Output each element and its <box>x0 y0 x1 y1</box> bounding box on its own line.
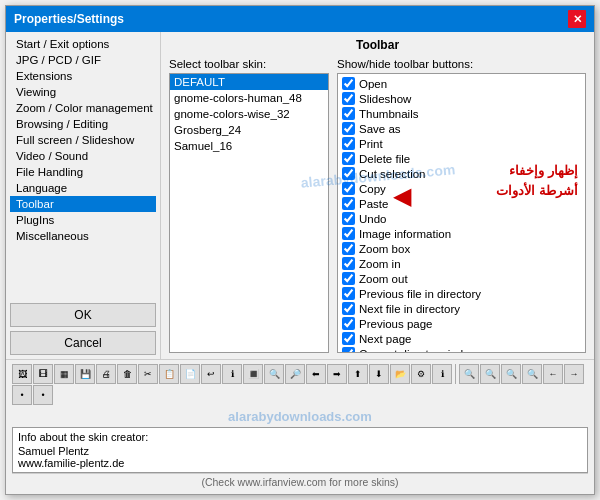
close-button[interactable]: ✕ <box>568 10 586 28</box>
nav-item-10[interactable]: Toolbar <box>10 196 156 212</box>
check-label-11: Zoom box <box>359 243 410 255</box>
toolbar-icon-16[interactable]: ⬆ <box>348 364 368 384</box>
skin-item-2[interactable]: gnome-colors-wise_32 <box>170 106 328 122</box>
info-creator-url: www.familie-plentz.de <box>18 457 582 469</box>
nav-item-5[interactable]: Browsing / Editing <box>10 116 156 132</box>
checkbox-18[interactable] <box>342 347 355 353</box>
toolbar-icon-23[interactable]: 🔍 <box>480 364 500 384</box>
info-title: Info about the skin creator: <box>18 431 582 443</box>
skin-item-0[interactable]: DEFAULT <box>170 74 328 90</box>
toolbar-icon-28[interactable]: • <box>12 385 32 405</box>
check-item-12: Zoom in <box>342 256 581 271</box>
right-panel: Toolbar Select toolbar skin: DEFAULTgnom… <box>161 32 594 359</box>
checkbox-9[interactable] <box>342 212 355 225</box>
right-panel-title: Toolbar <box>169 38 586 52</box>
check-label-10: Image information <box>359 228 451 240</box>
check-label-4: Print <box>359 138 383 150</box>
toolbar-separator-21 <box>455 364 456 384</box>
toolbar-icon-0[interactable]: 🖼 <box>12 364 32 384</box>
checkbox-15[interactable] <box>342 302 355 315</box>
checkbox-1[interactable] <box>342 92 355 105</box>
nav-item-4[interactable]: Zoom / Color management <box>10 100 156 116</box>
nav-item-3[interactable]: Viewing <box>10 84 156 100</box>
nav-item-0[interactable]: Start / Exit options <box>10 36 156 52</box>
check-item-14: Previous file in directory <box>342 286 581 301</box>
check-item-15: Next file in directory <box>342 301 581 316</box>
dialog-title: Properties/Settings <box>14 12 124 26</box>
checkbox-16[interactable] <box>342 317 355 330</box>
skin-item-3[interactable]: Grosberg_24 <box>170 122 328 138</box>
toolbar-icon-5[interactable]: 🗑 <box>117 364 137 384</box>
nav-item-11[interactable]: PlugIns <box>10 212 156 228</box>
checkbox-7[interactable] <box>342 182 355 195</box>
toolbar-icon-20[interactable]: ℹ <box>432 364 452 384</box>
check-label-8: Paste <box>359 198 388 210</box>
toolbar-icon-13[interactable]: 🔎 <box>285 364 305 384</box>
nav-item-6[interactable]: Full screen / Slideshow <box>10 132 156 148</box>
toolbar-icon-11[interactable]: 🔳 <box>243 364 263 384</box>
toolbar-icon-8[interactable]: 📄 <box>180 364 200 384</box>
check-item-8: Paste <box>342 196 581 211</box>
toolbar-icon-29[interactable]: • <box>33 385 53 405</box>
toolbar-icon-6[interactable]: ✂ <box>138 364 158 384</box>
toolbar-icon-19[interactable]: ⚙ <box>411 364 431 384</box>
main-content: Start / Exit optionsJPG / PCD / GIFExten… <box>6 32 594 359</box>
buttons-listbox[interactable]: OpenSlideshowThumbnailsSave asPrintDelet… <box>337 73 586 353</box>
nav-item-12[interactable]: Miscellaneous <box>10 228 156 244</box>
check-item-6: Cut selection <box>342 166 581 181</box>
toolbar-icon-15[interactable]: ➡ <box>327 364 347 384</box>
toolbar-icon-10[interactable]: ℹ <box>222 364 242 384</box>
checkbox-4[interactable] <box>342 137 355 150</box>
checkbox-5[interactable] <box>342 152 355 165</box>
check-item-2: Thumbnails <box>342 106 581 121</box>
check-item-0: Open <box>342 76 581 91</box>
toolbar-icon-12[interactable]: 🔍 <box>264 364 284 384</box>
watermark-2: alarabydownloads.com <box>12 409 588 424</box>
nav-item-9[interactable]: Language <box>10 180 156 196</box>
title-bar: Properties/Settings ✕ <box>6 6 594 32</box>
check-item-13: Zoom out <box>342 271 581 286</box>
toolbar-icon-7[interactable]: 📋 <box>159 364 179 384</box>
toolbar-icon-25[interactable]: 🔍 <box>522 364 542 384</box>
check-label-9: Undo <box>359 213 387 225</box>
checkbox-14[interactable] <box>342 287 355 300</box>
checkbox-3[interactable] <box>342 122 355 135</box>
check-label-17: Next page <box>359 333 411 345</box>
check-label-12: Zoom in <box>359 258 401 270</box>
checkbox-11[interactable] <box>342 242 355 255</box>
toolbar-icon-18[interactable]: 📂 <box>390 364 410 384</box>
skin-item-4[interactable]: Samuel_16 <box>170 138 328 154</box>
cancel-button[interactable]: Cancel <box>10 331 156 355</box>
skin-item-1[interactable]: gnome-colors-human_48 <box>170 90 328 106</box>
checkbox-12[interactable] <box>342 257 355 270</box>
toolbar-icon-22[interactable]: 🔍 <box>459 364 479 384</box>
toolbar-icon-1[interactable]: 🎞 <box>33 364 53 384</box>
toolbar-icon-2[interactable]: ▦ <box>54 364 74 384</box>
checkbox-0[interactable] <box>342 77 355 90</box>
check-label-2: Thumbnails <box>359 108 418 120</box>
nav-item-8[interactable]: File Handling <box>10 164 156 180</box>
checkbox-2[interactable] <box>342 107 355 120</box>
toolbar-icon-14[interactable]: ⬅ <box>306 364 326 384</box>
toolbar-icon-3[interactable]: 💾 <box>75 364 95 384</box>
checkbox-17[interactable] <box>342 332 355 345</box>
skin-listbox[interactable]: DEFAULTgnome-colors-human_48gnome-colors… <box>169 73 329 353</box>
toolbar-icon-24[interactable]: 🔍 <box>501 364 521 384</box>
buttons-panel: Show/hide toolbar buttons: OpenSlideshow… <box>337 58 586 353</box>
toolbar-icon-17[interactable]: ⬇ <box>369 364 389 384</box>
check-label-1: Slideshow <box>359 93 411 105</box>
checkbox-6[interactable] <box>342 167 355 180</box>
left-buttons: OK Cancel <box>10 303 156 355</box>
checkbox-10[interactable] <box>342 227 355 240</box>
check-item-17: Next page <box>342 331 581 346</box>
checkbox-13[interactable] <box>342 272 355 285</box>
nav-item-2[interactable]: Extensions <box>10 68 156 84</box>
toolbar-icon-9[interactable]: ↩ <box>201 364 221 384</box>
nav-item-1[interactable]: JPG / PCD / GIF <box>10 52 156 68</box>
ok-button[interactable]: OK <box>10 303 156 327</box>
toolbar-icon-27[interactable]: → <box>564 364 584 384</box>
nav-item-7[interactable]: Video / Sound <box>10 148 156 164</box>
toolbar-icon-26[interactable]: ← <box>543 364 563 384</box>
checkbox-8[interactable] <box>342 197 355 210</box>
toolbar-icon-4[interactable]: 🖨 <box>96 364 116 384</box>
